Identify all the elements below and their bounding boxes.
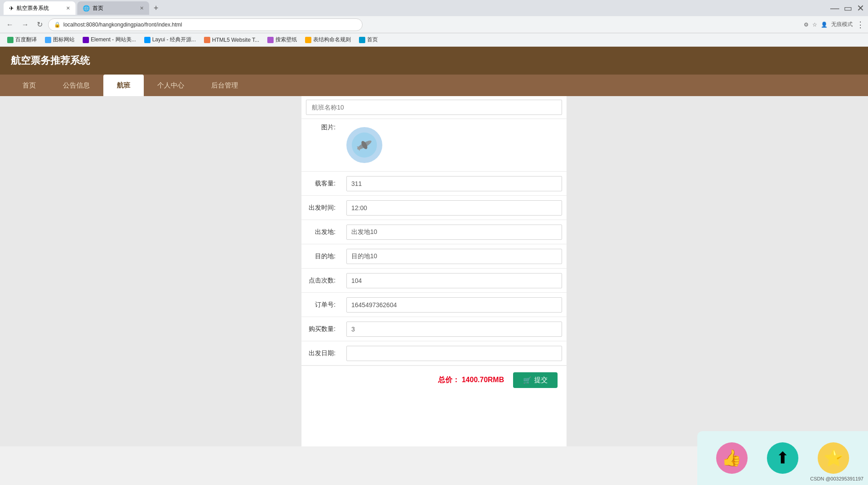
close-icon[interactable]: ✕ — [857, 3, 864, 13]
departure-date-row: 出发日期: — [301, 341, 567, 366]
lock-icon: 🔒 — [54, 22, 61, 28]
passenger-count-input[interactable] — [346, 176, 562, 191]
bookmark-label: 搜索壁纸 — [275, 36, 297, 44]
departure-place-field — [342, 221, 567, 243]
departure-time-input[interactable] — [346, 200, 562, 216]
bookmark-label: 表结构命名规则 — [313, 36, 351, 44]
order-number-label: 订单号: — [301, 301, 342, 309]
nav-admin[interactable]: 后台管理 — [198, 75, 252, 96]
buy-count-label: 购买数量: — [301, 325, 342, 333]
new-tab-button[interactable]: + — [151, 4, 161, 13]
order-number-row: 订单号: — [301, 293, 567, 317]
destination-input[interactable] — [346, 249, 562, 264]
bookmark-label: Layui - 经典开源... — [152, 36, 196, 44]
nav-personal-center[interactable]: 个人中心 — [144, 75, 198, 96]
close-tab-1[interactable]: ✕ — [66, 5, 70, 11]
social-popup: 👍 ⬆ ⭐ CSDN @003295391197 — [697, 431, 868, 446]
flight-image — [346, 127, 382, 163]
flight-name-input[interactable] — [306, 100, 562, 115]
incognito-label: 无痕模式 — [831, 21, 853, 28]
departure-time-label: 出发时间: — [301, 204, 342, 212]
image-row: 图片: — [301, 119, 567, 172]
refresh-button[interactable]: ↻ — [34, 18, 45, 31]
profile-icon[interactable]: 👤 — [821, 22, 828, 28]
nav-home[interactable]: 首页 — [9, 75, 49, 96]
destination-field — [342, 245, 567, 268]
close-tab-2[interactable]: ✕ — [140, 5, 144, 11]
bookmark-home[interactable]: 首页 — [355, 35, 381, 44]
form-container: 图片: — [301, 96, 567, 446]
bookmark-label: 首页 — [367, 36, 378, 44]
buy-count-input[interactable] — [346, 322, 562, 337]
extensions-icon[interactable]: ⚙ — [804, 22, 809, 28]
departure-place-input[interactable] — [346, 225, 562, 240]
nav-announcements[interactable]: 公告信息 — [49, 75, 103, 96]
image-field — [342, 123, 567, 167]
menu-icon[interactable]: ⋮ — [856, 20, 864, 30]
tab-active[interactable]: ✈ 航空票务系统 ✕ — [4, 1, 75, 15]
bookmark-label: 百度翻译 — [15, 36, 37, 44]
bookmark-table-naming[interactable]: 表结构命名规则 — [301, 35, 354, 44]
share-button[interactable]: ⬆ — [767, 442, 798, 446]
destination-label: 目的地: — [301, 252, 342, 260]
departure-date-label: 出发日期: — [301, 349, 342, 357]
bookmarks-bar: 百度翻译 图标网站 Element - 网站美... Layui - 经典开源.… — [0, 33, 868, 47]
app: 航空票务推荐系统 首页 公告信息 航班 个人中心 后台管理 图片: — [0, 47, 868, 446]
departure-place-row: 出发地: — [301, 220, 567, 244]
order-number-field — [342, 294, 567, 316]
departure-time-field — [342, 197, 567, 219]
departure-date-input[interactable] — [346, 346, 562, 361]
app-nav: 首页 公告信息 航班 个人中心 后台管理 — [0, 75, 868, 96]
browser-titlebar: ✈ 航空票务系统 ✕ 🌐 首页 ✕ + — ▭ ✕ — [0, 0, 868, 16]
cart-icon: 🛒 — [523, 376, 531, 384]
bookmark-label: 图标网站 — [53, 36, 75, 44]
flight-name-row — [301, 96, 567, 119]
click-count-row: 点击次数: — [301, 269, 567, 293]
bookmark-wallpaper[interactable]: 搜索壁纸 — [264, 35, 301, 44]
bookmark-label: HTML5 Website T... — [212, 37, 259, 43]
passenger-count-row: 载客量: — [301, 172, 567, 196]
order-number-input[interactable] — [346, 297, 562, 313]
destination-row: 目的地: — [301, 244, 567, 269]
buy-count-row: 购买数量: — [301, 317, 567, 341]
bookmark-html5[interactable]: HTML5 Website T... — [200, 36, 263, 44]
minimize-icon[interactable]: — — [830, 3, 839, 13]
bookmark-label: Element - 网站美... — [91, 36, 136, 44]
click-count-input[interactable] — [346, 273, 562, 288]
bookmark-element[interactable]: Element - 网站美... — [79, 35, 140, 44]
restore-icon[interactable]: ▭ — [844, 3, 852, 13]
total-price: 总价： 1400.70RMB — [438, 375, 504, 385]
click-count-field — [342, 269, 567, 292]
click-count-label: 点击次数: — [301, 277, 342, 285]
address-bar[interactable]: 🔒 localhost:8080/hangkongdingpiao/front/… — [48, 18, 363, 31]
passenger-count-field — [342, 172, 567, 195]
bookmark-star-icon[interactable]: ☆ — [812, 22, 817, 28]
tab-label-1: 航空票务系统 — [17, 4, 49, 12]
back-button[interactable]: ← — [4, 19, 16, 31]
submit-label: 提交 — [534, 376, 548, 384]
buy-count-field — [342, 318, 567, 340]
passenger-count-label: 载客量: — [301, 180, 342, 188]
app-title: 航空票务推荐系统 — [11, 54, 90, 67]
app-header: 航空票务推荐系统 — [0, 47, 868, 75]
plane-icon — [351, 132, 378, 159]
browser-toolbar: ← → ↻ 🔒 localhost:8080/hangkongdingpiao/… — [0, 16, 868, 33]
submit-button[interactable]: 🛒 提交 — [513, 372, 558, 388]
forward-button[interactable]: → — [19, 19, 31, 31]
star-button[interactable]: ⭐ — [818, 442, 849, 446]
bookmark-baidu-translate[interactable]: 百度翻译 — [4, 35, 40, 44]
nav-flights[interactable]: 航班 — [103, 75, 144, 96]
bookmark-layui[interactable]: Layui - 经典开源... — [141, 35, 199, 44]
bookmark-icon-site[interactable]: 图标网站 — [41, 35, 78, 44]
like-button[interactable]: 👍 — [716, 442, 748, 446]
tab-inactive[interactable]: 🌐 首页 ✕ — [77, 1, 149, 15]
total-label: 总价： — [438, 376, 460, 384]
departure-time-row: 出发时间: — [301, 196, 567, 220]
departure-place-label: 出发地: — [301, 228, 342, 236]
departure-date-field — [342, 342, 567, 365]
image-label: 图片: — [301, 123, 342, 132]
address-text: localhost:8080/hangkongdingpiao/front/in… — [63, 22, 182, 28]
main-content: 图片: — [0, 96, 868, 446]
browser-chrome: ✈ 航空票务系统 ✕ 🌐 首页 ✕ + — ▭ ✕ ← → ↻ 🔒 localh… — [0, 0, 868, 47]
tab-label-2: 首页 — [93, 4, 103, 12]
